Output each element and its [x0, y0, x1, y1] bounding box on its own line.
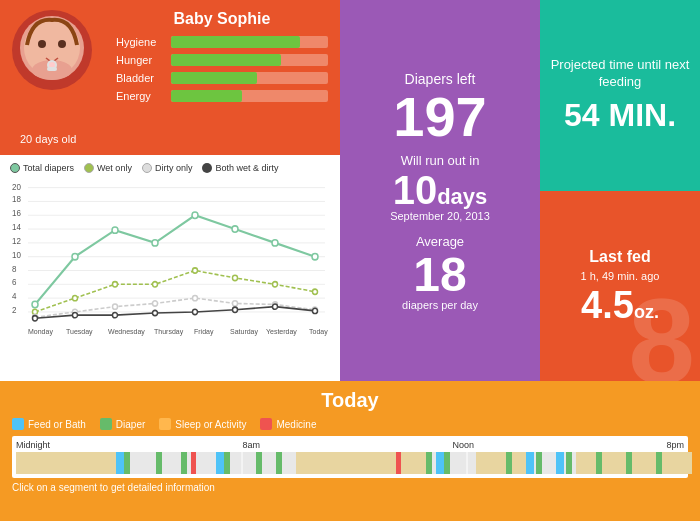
- svg-rect-79: [156, 452, 162, 474]
- run-out-unit: days: [437, 184, 487, 209]
- svg-point-42: [272, 240, 278, 246]
- legend-medicine-label: Medicine: [276, 419, 316, 430]
- svg-text:Tuesday: Tuesday: [66, 327, 93, 336]
- svg-rect-78: [124, 452, 130, 474]
- label-8pm: 8pm: [666, 440, 684, 450]
- hunger-bar-bg: [171, 54, 328, 66]
- metric-bladder: Bladder: [116, 72, 328, 84]
- svg-point-49: [233, 275, 238, 280]
- hygiene-label: Hygiene: [116, 36, 171, 48]
- svg-text:Monday: Monday: [28, 327, 53, 336]
- label-8am: 8am: [243, 440, 261, 450]
- run-out-days-container: 10days: [393, 170, 488, 210]
- per-day-label: diapers per day: [402, 299, 478, 311]
- svg-point-54: [113, 304, 118, 309]
- legend-total: Total diapers: [10, 163, 74, 173]
- click-info: Click on a segment to get detailed infor…: [12, 482, 688, 493]
- svg-text:Wednesday: Wednesday: [108, 327, 145, 336]
- svg-point-63: [153, 310, 158, 315]
- svg-rect-77: [556, 452, 564, 474]
- svg-point-37: [72, 254, 78, 260]
- last-fed-amount: 4.5: [581, 284, 634, 326]
- last-fed-bg-num: 8: [628, 281, 695, 381]
- timeline-bar-svg: [16, 452, 692, 474]
- legend-wet-label: Wet only: [97, 163, 132, 173]
- legend-sleep-label: Sleep or Activity: [175, 419, 246, 430]
- svg-rect-90: [626, 452, 632, 474]
- svg-point-67: [313, 308, 318, 313]
- label-midnight: Midnight: [16, 440, 50, 450]
- hygiene-bar-bg: [171, 36, 328, 48]
- energy-label: Energy: [116, 90, 171, 102]
- legend-total-label: Total diapers: [23, 163, 74, 173]
- svg-rect-86: [506, 452, 512, 474]
- svg-point-43: [312, 254, 318, 260]
- svg-text:2: 2: [12, 306, 17, 315]
- diapers-count: 197: [393, 89, 486, 145]
- bottom-row: Today Feed or Bath Diaper Sleep or Activ…: [0, 381, 700, 521]
- svg-rect-84: [426, 452, 432, 474]
- timeline-legend: Feed or Bath Diaper Sleep or Activity Me…: [12, 418, 688, 430]
- svg-rect-87: [536, 452, 542, 474]
- run-out-days: 10: [393, 168, 438, 212]
- svg-text:10: 10: [12, 251, 21, 260]
- svg-point-41: [232, 226, 238, 232]
- bladder-bar-fill: [171, 72, 257, 84]
- svg-point-48: [193, 268, 198, 273]
- svg-point-61: [73, 312, 78, 317]
- energy-bar-fill: [171, 90, 242, 102]
- average-label: Average: [416, 234, 464, 249]
- svg-text:Today: Today: [309, 327, 328, 336]
- top-row: 20 days old Baby Sophie Hygiene Hunger: [0, 0, 700, 381]
- svg-text:14: 14: [12, 223, 21, 232]
- svg-rect-7: [47, 67, 57, 71]
- svg-rect-74: [216, 452, 224, 474]
- svg-point-3: [38, 40, 46, 48]
- metric-hunger: Hunger: [116, 54, 328, 66]
- svg-point-46: [113, 282, 118, 287]
- svg-text:20: 20: [12, 183, 21, 192]
- svg-text:4: 4: [12, 292, 17, 301]
- svg-point-4: [58, 40, 66, 48]
- svg-point-40: [192, 212, 198, 218]
- svg-rect-82: [256, 452, 262, 474]
- svg-rect-69: [16, 452, 116, 474]
- svg-rect-89: [596, 452, 602, 474]
- hunger-bar-fill: [171, 54, 281, 66]
- legend-dirty: Dirty only: [142, 163, 193, 173]
- svg-point-65: [233, 307, 238, 312]
- svg-point-64: [193, 309, 198, 314]
- svg-rect-83: [276, 452, 282, 474]
- svg-rect-81: [224, 452, 230, 474]
- svg-rect-73: [116, 452, 124, 474]
- legend-both-label: Both wet & dirty: [215, 163, 278, 173]
- svg-point-51: [313, 289, 318, 294]
- svg-rect-71: [476, 452, 526, 474]
- svg-rect-93: [396, 452, 401, 474]
- svg-point-55: [153, 301, 158, 306]
- svg-text:8: 8: [12, 264, 17, 273]
- hunger-label: Hunger: [116, 54, 171, 66]
- average-count: 18: [413, 251, 466, 299]
- svg-text:Friday: Friday: [194, 327, 214, 336]
- legend-wet: Wet only: [84, 163, 132, 173]
- svg-rect-70: [296, 452, 426, 474]
- metric-hygiene: Hygiene: [116, 36, 328, 48]
- label-noon: Noon: [452, 440, 474, 450]
- svg-text:18: 18: [12, 195, 21, 204]
- last-fed-card: 8 Last fed 1 h, 49 min. ago 4.5oz.: [540, 191, 700, 382]
- baby-age: 20 days old: [20, 133, 76, 145]
- bladder-bar-bg: [171, 72, 328, 84]
- svg-rect-75: [436, 452, 444, 474]
- svg-point-36: [32, 301, 38, 307]
- svg-point-62: [113, 312, 118, 317]
- run-out-label: Will run out in: [401, 153, 480, 168]
- run-out-date: September 20, 2013: [390, 210, 490, 222]
- last-fed-label: Last fed: [589, 248, 650, 266]
- chart-legend: Total diapers Wet only Dirty only Both w…: [10, 163, 330, 173]
- svg-rect-80: [181, 452, 187, 474]
- svg-point-39: [152, 240, 158, 246]
- bladder-label: Bladder: [116, 72, 171, 84]
- timeline-container[interactable]: Midnight 8am Noon 8pm: [12, 436, 688, 478]
- projected-time: 54 MIN.: [564, 97, 676, 134]
